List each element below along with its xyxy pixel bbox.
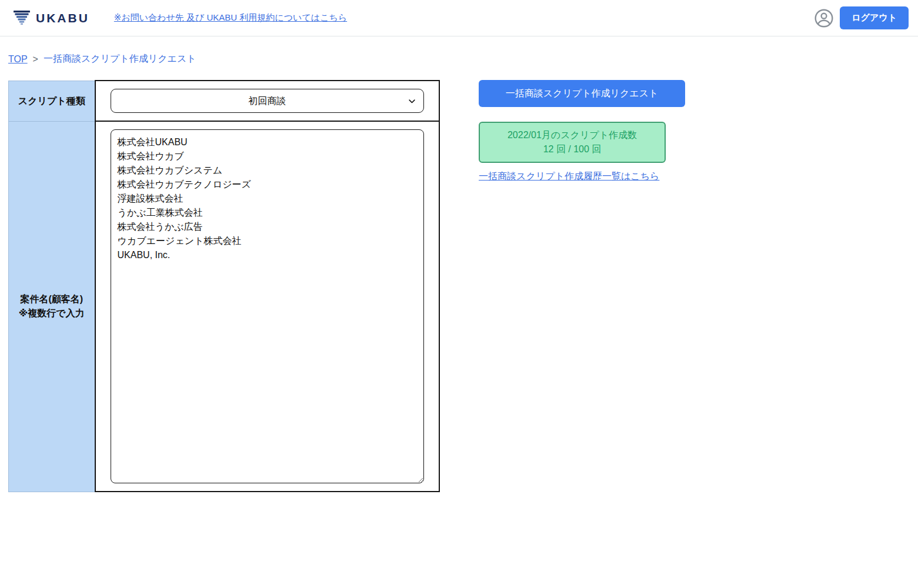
account-circle-icon[interactable] xyxy=(814,8,834,28)
breadcrumb-current: 一括商談スクリプト作成リクエスト xyxy=(44,53,196,65)
logout-button[interactable]: ログアウト xyxy=(840,6,909,29)
create-script-request-button[interactable]: 一括商談スクリプト作成リクエスト xyxy=(479,80,685,107)
script-type-row: スクリプト種類 初回商談 xyxy=(9,81,440,121)
quota-count: 12 回 / 100 回 xyxy=(485,142,660,156)
script-type-cell: 初回商談 xyxy=(95,81,440,121)
header-right: ログアウト xyxy=(814,6,909,29)
breadcrumb-separator: > xyxy=(33,54,38,65)
breadcrumb: TOP > 一括商談スクリプト作成リクエスト xyxy=(0,36,918,65)
quota-box: 2022/01月のスクリプト作成数 12 回 / 100 回 xyxy=(479,122,666,163)
case-names-textarea[interactable]: 株式会社UKABU 株式会社ウカブ 株式会社ウカブシステム 株式会社ウカブテクノ… xyxy=(111,129,425,483)
terms-link[interactable]: ※お問い合わせ先 及び UKABU 利用規約についてはこちら xyxy=(114,12,347,24)
main-content: スクリプト種類 初回商談 案件名(顧客名) ※複数行で入力 xyxy=(0,65,918,492)
action-panel: 一括商談スクリプト作成リクエスト 2022/01月のスクリプト作成数 12 回 … xyxy=(479,80,685,183)
header: UKABU ※お問い合わせ先 及び UKABU 利用規約についてはこちら ログア… xyxy=(0,0,918,36)
case-names-label: 案件名(顧客名) ※複数行で入力 xyxy=(9,121,95,492)
breadcrumb-top-link[interactable]: TOP xyxy=(8,54,28,65)
history-link[interactable]: 一括商談スクリプト作成履歴一覧はこちら xyxy=(479,171,659,183)
case-names-label-line1: 案件名(顧客名) xyxy=(14,292,90,306)
ukabu-logo[interactable]: UKABU xyxy=(13,8,89,28)
funnel-bars-icon xyxy=(13,8,31,28)
script-type-label: スクリプト種類 xyxy=(9,81,95,121)
logo-text: UKABU xyxy=(36,11,89,25)
case-names-cell: 株式会社UKABU 株式会社ウカブ 株式会社ウカブシステム 株式会社ウカブテクノ… xyxy=(95,121,440,492)
script-request-form-table: スクリプト種類 初回商談 案件名(顧客名) ※複数行で入力 xyxy=(8,80,440,492)
case-names-row: 案件名(顧客名) ※複数行で入力 株式会社UKABU 株式会社ウカブ 株式会社ウ… xyxy=(9,121,440,492)
case-names-label-line2: ※複数行で入力 xyxy=(14,306,90,320)
quota-title: 2022/01月のスクリプト作成数 xyxy=(485,128,660,142)
script-type-select[interactable]: 初回商談 xyxy=(111,89,425,113)
